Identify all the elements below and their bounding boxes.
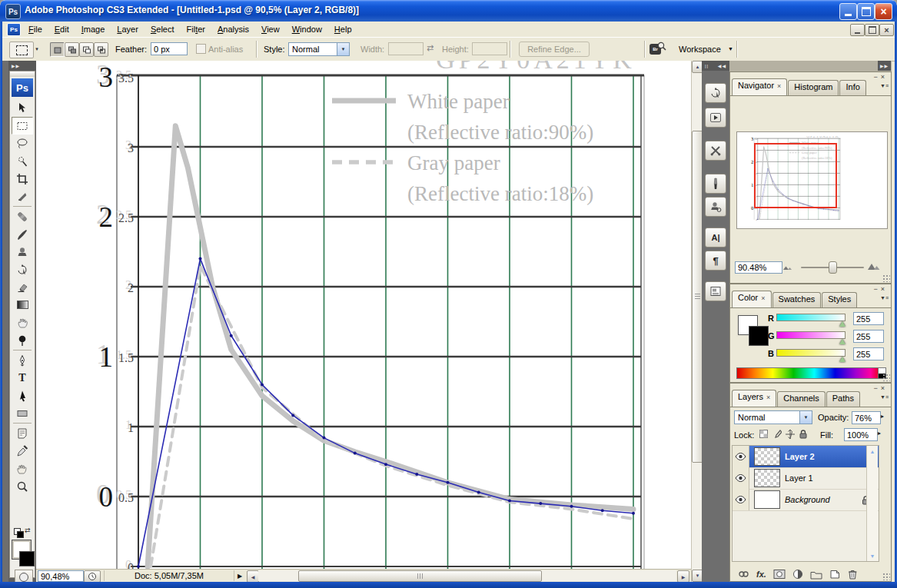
clone-stamp-tool[interactable]	[12, 243, 33, 261]
new-layer-button[interactable]	[829, 569, 840, 580]
layer-row-layer1[interactable]: Layer 1	[733, 467, 879, 490]
go-to-bridge-button[interactable]: Br	[649, 42, 668, 56]
swap-colors-icon[interactable]: ⇄	[25, 527, 31, 534]
menu-edit[interactable]: Edit	[48, 23, 75, 35]
tool-dropdown-icon[interactable]: ▼	[35, 47, 39, 51]
zoom-tool[interactable]	[12, 477, 33, 495]
tab-color[interactable]: Color×	[732, 291, 772, 307]
toolbox-collapse-bar[interactable]: ▶▶	[8, 61, 36, 71]
doc-restore-button[interactable]	[865, 24, 879, 36]
opacity-input[interactable]	[852, 411, 881, 424]
layers-scrollbar[interactable]: ▲ ▼	[866, 446, 878, 561]
eraser-tool[interactable]	[12, 278, 33, 296]
menu-view[interactable]: View	[255, 23, 286, 35]
tab-navigator[interactable]: Navigator×	[732, 78, 787, 95]
close-tab-icon[interactable]: ×	[761, 294, 765, 302]
actions-panel-button[interactable]	[705, 108, 726, 128]
brushes-panel-button[interactable]	[705, 174, 726, 194]
layer-thumbnail[interactable]	[754, 469, 780, 487]
panels-collapse-button[interactable]: ▶▶	[878, 61, 891, 71]
blend-mode-select[interactable]: Normal ▼	[734, 410, 812, 424]
menu-analysis[interactable]: Analysis	[211, 23, 255, 35]
tab-styles[interactable]: Styles	[822, 292, 857, 307]
menu-filter[interactable]: Filter	[181, 23, 212, 35]
navigator-zoom-input[interactable]	[735, 261, 782, 274]
vertical-scrollbar[interactable]: ▲ ▼	[691, 61, 703, 582]
close-icon[interactable]: ×	[881, 384, 888, 392]
lock-pixels-icon[interactable]	[771, 428, 782, 440]
path-selection-tool[interactable]	[12, 387, 33, 404]
menu-image[interactable]: Image	[75, 23, 111, 35]
subtract-selection-mode-button[interactable]	[79, 42, 94, 57]
scroll-left-button[interactable]: ◀	[247, 570, 259, 583]
zoom-in-icon[interactable]	[867, 261, 881, 271]
status-menu-arrow[interactable]: ▶	[234, 570, 245, 581]
menu-help[interactable]: Help	[328, 23, 358, 35]
close-icon[interactable]: ×	[881, 73, 888, 81]
history-brush-tool[interactable]	[12, 261, 33, 278]
visibility-toggle[interactable]	[733, 489, 749, 510]
add-layer-mask-button[interactable]	[773, 569, 786, 580]
menu-select[interactable]: Select	[145, 23, 181, 35]
blue-slider[interactable]	[776, 349, 846, 357]
move-tool[interactable]	[12, 99, 33, 117]
scroll-right-button[interactable]: ▶	[677, 570, 689, 583]
shape-tool[interactable]	[12, 404, 33, 422]
brush-tool[interactable]	[12, 225, 33, 243]
tab-paths[interactable]: Paths	[826, 391, 860, 407]
slice-tool[interactable]	[12, 188, 33, 205]
delete-layer-button[interactable]	[847, 569, 858, 580]
antialias-checkbox[interactable]	[196, 44, 206, 54]
green-slider-thumb[interactable]	[839, 339, 846, 344]
green-slider[interactable]	[776, 331, 846, 339]
pen-tool[interactable]	[12, 351, 33, 369]
lock-transparency-icon[interactable]	[758, 428, 769, 440]
new-selection-mode-button[interactable]	[50, 42, 65, 57]
layer-thumbnail[interactable]	[754, 490, 780, 509]
red-value-input[interactable]	[853, 312, 884, 325]
panel-minimize-close[interactable]: −×	[873, 285, 888, 293]
feather-input[interactable]	[151, 42, 188, 55]
layer-row-background[interactable]: Background	[733, 489, 879, 511]
titlebar[interactable]: Ps Adobe Photoshop CS3 Extended - [Untit…	[0, 0, 897, 22]
panel-menu-icon[interactable]: ▼≡	[880, 83, 889, 88]
minimize-button[interactable]	[839, 3, 857, 20]
current-tool-button[interactable]	[9, 42, 34, 58]
lasso-tool[interactable]	[12, 135, 33, 152]
rectangular-marquee-tool[interactable]	[12, 117, 33, 135]
visibility-toggle[interactable]	[733, 467, 749, 489]
swap-dimensions-icon[interactable]: ⇄	[427, 43, 434, 53]
close-icon[interactable]: ×	[881, 285, 888, 293]
new-group-button[interactable]	[810, 570, 822, 580]
navigator-zoom-slider-thumb[interactable]	[829, 261, 837, 274]
red-slider[interactable]	[776, 314, 846, 321]
tab-layers[interactable]: Layers×	[732, 390, 776, 407]
lock-position-icon[interactable]	[784, 428, 796, 440]
tab-info[interactable]: Info	[839, 80, 865, 95]
doc-close-button[interactable]: ×	[879, 24, 894, 36]
menu-window[interactable]: Window	[286, 23, 328, 35]
adjustment-layer-button[interactable]	[792, 569, 803, 580]
chevron-down-icon[interactable]: ▼	[799, 411, 812, 424]
eyedropper-tool[interactable]	[12, 442, 33, 460]
type-tool[interactable]: T	[12, 369, 33, 387]
scroll-up-icon[interactable]: ▲	[868, 447, 877, 456]
workspace-menu[interactable]: Workspace	[679, 45, 721, 54]
status-clock-button[interactable]	[84, 570, 101, 583]
fill-spinner-icon[interactable]: ▸	[878, 430, 881, 437]
panel-minimize-close[interactable]: −×	[873, 384, 888, 392]
layer-row-layer2[interactable]: Layer 2	[733, 446, 879, 468]
menu-layer[interactable]: Layer	[111, 23, 145, 35]
document-canvas[interactable]: GP2Y0A21YK3.53.5332.52.5221.51.5110.50.5…	[36, 61, 691, 569]
maximize-button[interactable]	[857, 3, 875, 20]
menu-file[interactable]: File	[22, 23, 48, 35]
layer-thumbnail[interactable]	[754, 447, 780, 466]
resize-grip[interactable]	[882, 274, 890, 282]
toolbox-grab-bar[interactable]	[10, 71, 35, 77]
blue-value-input[interactable]	[853, 347, 884, 360]
intersect-selection-mode-button[interactable]	[94, 42, 108, 57]
resize-grip[interactable]	[882, 573, 890, 580]
tab-swatches[interactable]: Swatches	[772, 292, 822, 307]
lock-all-icon[interactable]	[797, 428, 809, 440]
zoom-level-input[interactable]	[38, 570, 84, 582]
